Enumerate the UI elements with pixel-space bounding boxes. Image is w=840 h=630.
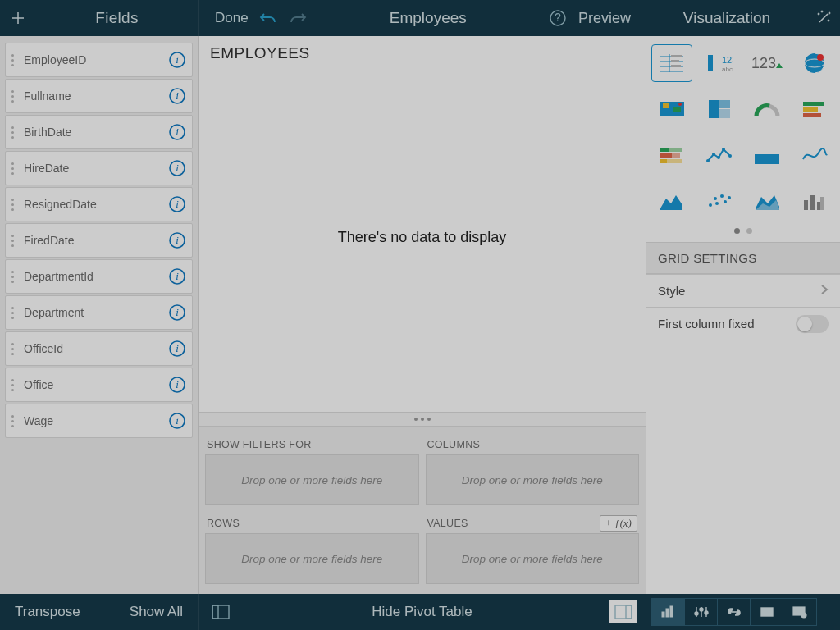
gallery-pager[interactable]: [646, 225, 840, 242]
field-row[interactable]: Wagei: [5, 404, 193, 438]
pivot-rows-dropzone[interactable]: Drop one or more fields here: [205, 533, 419, 584]
field-info-icon[interactable]: i: [162, 231, 192, 249]
field-info-icon[interactable]: i: [162, 376, 192, 394]
viz-area-stacked[interactable]: [746, 182, 788, 220]
viz-spline[interactable]: [794, 136, 835, 174]
viz-scatter[interactable]: [699, 182, 740, 220]
style-row[interactable]: Style: [646, 274, 840, 307]
tab-visualizations[interactable]: [652, 599, 685, 625]
first-column-fixed-toggle[interactable]: [796, 315, 829, 333]
field-row[interactable]: EmployeeIDi: [5, 43, 193, 77]
redo-icon[interactable]: [288, 10, 308, 26]
drag-grip-icon[interactable]: [6, 54, 19, 66]
transpose-button[interactable]: Transpose: [0, 604, 95, 620]
tab-export[interactable]: [751, 599, 783, 625]
viz-stacked-bar-h-alt[interactable]: [651, 136, 692, 174]
svg-text:i: i: [176, 414, 179, 427]
help-icon[interactable]: ?: [549, 9, 567, 27]
done-button[interactable]: Done: [199, 10, 249, 26]
svg-point-74: [714, 197, 717, 200]
field-row[interactable]: FiredDatei: [5, 223, 193, 258]
field-row[interactable]: Fullnamei: [5, 79, 193, 113]
field-info-icon[interactable]: i: [162, 87, 192, 105]
drag-grip-icon[interactable]: [6, 199, 19, 211]
svg-rect-57: [660, 148, 669, 152]
undo-icon[interactable]: [258, 10, 278, 26]
viz-column[interactable]: [794, 182, 835, 220]
svg-point-6: [828, 20, 829, 21]
field-name: OfficeId: [19, 342, 162, 355]
svg-rect-91: [670, 606, 673, 617]
collapse-left-icon[interactable]: [207, 600, 235, 623]
fields-panel-title: Fields: [36, 9, 198, 27]
drag-grip-icon[interactable]: [6, 235, 19, 247]
hide-pivot-button[interactable]: Hide Pivot Table: [235, 604, 609, 620]
add-field-button[interactable]: [0, 10, 36, 26]
drag-grip-icon[interactable]: [6, 271, 19, 283]
svg-rect-48: [663, 103, 669, 108]
pivot-filters-dropzone[interactable]: Drop one or more fields here: [205, 454, 419, 505]
field-name: ResignedDate: [19, 198, 162, 211]
preview-button[interactable]: Preview: [578, 10, 646, 27]
pivot-resize-handle[interactable]: [199, 412, 646, 427]
viz-area[interactable]: [651, 182, 692, 220]
viz-line-sparse[interactable]: [699, 136, 740, 174]
field-info-icon[interactable]: i: [162, 51, 192, 69]
pivot-values-dropzone[interactable]: Drop one or more fields here: [426, 533, 640, 584]
viz-heat-map[interactable]: [651, 90, 692, 128]
field-row[interactable]: DepartmentIdi: [5, 259, 193, 294]
field-info-icon[interactable]: i: [162, 123, 192, 141]
tab-links[interactable]: [718, 599, 751, 625]
svg-text:i: i: [176, 270, 179, 282]
svg-point-63: [706, 159, 710, 162]
viz-treemap[interactable]: [699, 90, 740, 128]
collapse-right-icon[interactable]: [609, 600, 637, 623]
field-row[interactable]: HireDatei: [5, 151, 193, 185]
viz-area-points[interactable]: [746, 136, 788, 174]
drag-grip-icon[interactable]: [6, 415, 19, 427]
field-info-icon[interactable]: i: [162, 340, 192, 358]
show-all-button[interactable]: Show All: [115, 604, 198, 620]
field-row[interactable]: ResignedDatei: [5, 187, 193, 221]
viz-gauge[interactable]: [746, 90, 788, 128]
svg-point-64: [712, 153, 715, 156]
field-row[interactable]: OfficeIdi: [5, 331, 193, 366]
visualization-panel-title: Visualization: [646, 9, 807, 27]
field-row[interactable]: Departmenti: [5, 295, 193, 330]
svg-point-96: [700, 608, 703, 611]
viz-grid[interactable]: [651, 44, 692, 82]
field-info-icon[interactable]: i: [162, 195, 192, 213]
field-info-icon[interactable]: i: [162, 159, 192, 177]
drag-grip-icon[interactable]: [6, 126, 19, 139]
pivot-columns-dropzone[interactable]: Drop one or more fields here: [426, 454, 640, 505]
svg-rect-87: [615, 605, 632, 619]
field-name: Wage: [19, 414, 162, 427]
drag-grip-icon[interactable]: [6, 307, 19, 319]
field-name: HireDate: [19, 162, 162, 175]
viz-geo-globe[interactable]: [794, 44, 835, 82]
drag-grip-icon[interactable]: [6, 343, 19, 355]
field-info-icon[interactable]: i: [162, 304, 192, 322]
tab-settings[interactable]: [685, 599, 718, 625]
fields-list: EmployeeIDiFullnameiBirthDateiHireDateiR…: [0, 36, 199, 594]
viz-kpi-number[interactable]: 123: [746, 44, 788, 82]
tab-dashboard-settings[interactable]: [783, 599, 816, 625]
drag-grip-icon[interactable]: [6, 162, 19, 175]
svg-rect-55: [803, 107, 818, 112]
add-calculated-field-button[interactable]: + ƒ(x): [600, 515, 637, 532]
svg-rect-68: [755, 154, 779, 164]
viz-stacked-bar-h[interactable]: [794, 90, 835, 128]
drag-grip-icon[interactable]: [6, 90, 19, 103]
svg-point-67: [728, 154, 732, 158]
drag-grip-icon[interactable]: [6, 379, 19, 391]
svg-point-70: [765, 148, 768, 151]
svg-rect-61: [660, 159, 667, 163]
field-info-icon[interactable]: i: [162, 412, 192, 430]
svg-rect-56: [803, 113, 821, 117]
field-row[interactable]: Officei: [5, 368, 193, 402]
field-info-icon[interactable]: i: [162, 267, 192, 285]
auto-chart-icon[interactable]: [807, 9, 840, 27]
viz-text-123[interactable]: 123abc: [699, 44, 740, 82]
svg-text:i: i: [176, 89, 179, 102]
field-row[interactable]: BirthDatei: [5, 115, 193, 149]
